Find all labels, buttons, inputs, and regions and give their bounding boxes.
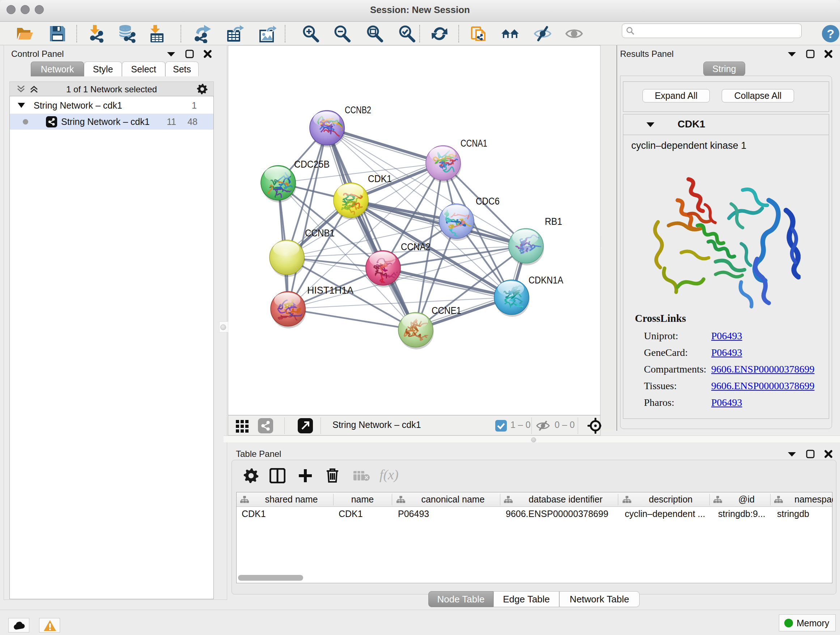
svg-text:CDC6: CDC6: [476, 196, 500, 207]
svg-text:CDKN1A: CDKN1A: [529, 275, 563, 286]
svg-text:HIST1H1A: HIST1H1A: [307, 285, 354, 296]
svg-text:CCNE1: CCNE1: [431, 305, 461, 316]
svg-text:CCNB1: CCNB1: [305, 228, 335, 239]
svg-text:CCNB2: CCNB2: [345, 105, 371, 116]
svg-text:?: ?: [827, 27, 835, 41]
svg-text:CDK1: CDK1: [368, 173, 392, 184]
svg-text:CCNA1: CCNA1: [461, 138, 487, 149]
svg-text:CDC25B: CDC25B: [294, 159, 330, 170]
svg-text:RB1: RB1: [545, 216, 562, 227]
svg-text:CCNA2: CCNA2: [401, 241, 431, 252]
